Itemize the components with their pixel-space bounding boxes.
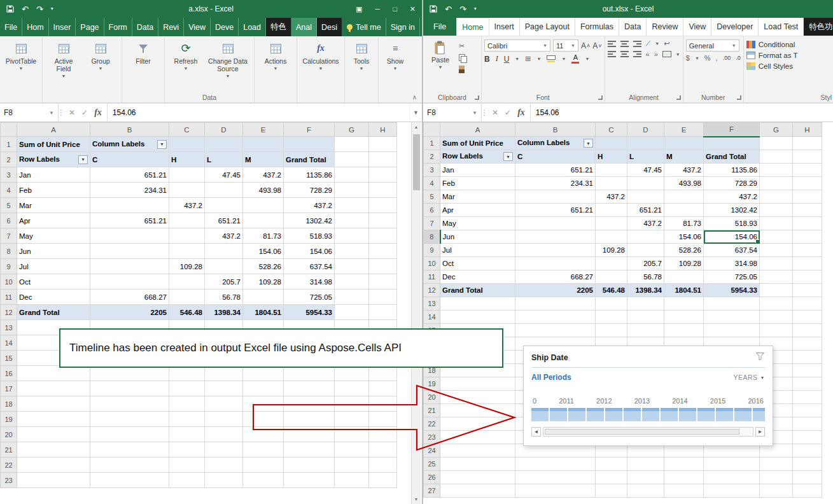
cell[interactable] xyxy=(760,204,793,217)
cell[interactable] xyxy=(793,230,822,244)
cell[interactable] xyxy=(793,324,822,337)
cell-styles-button[interactable]: Cell Styles xyxy=(746,62,798,70)
cell[interactable] xyxy=(596,311,627,324)
pivot-column-labels-cell[interactable]: ▼Column Labels xyxy=(515,137,596,150)
cell[interactable] xyxy=(335,458,369,473)
cell[interactable]: Oct xyxy=(17,274,90,290)
cell[interactable] xyxy=(17,442,90,458)
cell[interactable] xyxy=(90,458,169,473)
cell[interactable] xyxy=(440,311,515,324)
save-icon[interactable] xyxy=(6,5,14,13)
font-name-select[interactable]: Calibri▼ xyxy=(484,39,550,52)
cell[interactable]: Grand Total xyxy=(440,284,515,297)
cell[interactable] xyxy=(169,473,205,488)
timeline-scroll-thumb[interactable] xyxy=(545,429,739,435)
pivot-col-header[interactable]: M xyxy=(664,150,704,164)
cell[interactable] xyxy=(704,484,760,498)
cell[interactable] xyxy=(169,366,205,381)
tab-view[interactable]: View xyxy=(683,18,711,36)
cell[interactable] xyxy=(169,381,205,396)
wrap-text-icon[interactable]: ↩ xyxy=(664,39,669,48)
row-header[interactable]: 22 xyxy=(1,458,17,473)
cell[interactable] xyxy=(760,284,793,297)
cell[interactable]: Jul xyxy=(440,244,515,257)
pivot-col-header[interactable]: L xyxy=(627,150,664,164)
row-header[interactable]: 7 xyxy=(1,228,17,244)
cell[interactable]: 546.48 xyxy=(596,284,627,297)
pivot-col-header[interactable]: M xyxy=(243,152,284,167)
cell[interactable]: 437.2 xyxy=(704,190,760,204)
cell[interactable] xyxy=(369,458,397,473)
number-format-select[interactable]: General▼ xyxy=(686,39,739,52)
cell[interactable] xyxy=(205,198,243,213)
cell[interactable]: Dec xyxy=(440,270,515,284)
column-header[interactable]: H xyxy=(793,123,822,137)
cell[interactable] xyxy=(664,471,704,484)
cell[interactable] xyxy=(515,217,596,230)
cell[interactable] xyxy=(243,198,284,213)
cell[interactable] xyxy=(335,152,369,167)
cell[interactable] xyxy=(369,290,397,305)
cell[interactable]: 2205 xyxy=(515,284,596,297)
row-header[interactable]: 1 xyxy=(424,137,440,150)
close-button[interactable]: ✕ xyxy=(410,5,416,13)
enter-icon[interactable]: ✓ xyxy=(505,108,511,117)
cell[interactable] xyxy=(793,311,822,324)
tab-home[interactable]: Home xyxy=(456,18,489,36)
cell[interactable] xyxy=(335,137,369,152)
row-header[interactable]: 27 xyxy=(424,484,440,498)
cell[interactable] xyxy=(284,458,335,473)
cell[interactable]: 437.2 xyxy=(284,198,335,213)
row-header[interactable]: 9 xyxy=(1,259,17,274)
cell[interactable] xyxy=(243,473,284,488)
column-header[interactable]: B xyxy=(90,123,169,137)
font-dialog-launcher-icon[interactable] xyxy=(598,95,603,100)
cell[interactable] xyxy=(90,244,169,259)
row-header[interactable]: 13 xyxy=(424,297,440,311)
cell[interactable]: Apr xyxy=(17,213,90,228)
column-header[interactable]: D xyxy=(205,123,243,137)
cell[interactable] xyxy=(284,366,335,381)
actions-button[interactable]: Actions ▼ xyxy=(257,39,294,71)
cell[interactable]: Dec xyxy=(17,290,90,305)
fill-color-button[interactable] xyxy=(547,55,556,62)
cell[interactable] xyxy=(169,183,205,198)
cell[interactable]: 437.2 xyxy=(205,228,243,244)
cell[interactable]: 81.73 xyxy=(243,228,284,244)
cell[interactable]: 1302.42 xyxy=(704,204,760,217)
cell[interactable] xyxy=(596,230,627,244)
cell[interactable]: 546.48 xyxy=(169,305,205,320)
cell[interactable] xyxy=(243,213,284,228)
align-left-icon[interactable] xyxy=(608,51,616,57)
column-header[interactable]: E xyxy=(243,123,284,137)
filter-button[interactable]: Filter xyxy=(125,39,162,65)
redo-icon[interactable]: ↷ xyxy=(459,5,466,13)
tab-file[interactable]: File xyxy=(0,18,22,36)
cell[interactable]: 205.7 xyxy=(205,274,243,290)
row-header[interactable]: 11 xyxy=(1,290,17,305)
cell[interactable] xyxy=(793,284,822,297)
row-header[interactable]: 18 xyxy=(1,396,17,412)
cell[interactable] xyxy=(793,257,822,270)
cell[interactable] xyxy=(90,198,169,213)
row-header[interactable]: 13 xyxy=(1,320,17,335)
cell[interactable] xyxy=(793,391,822,404)
cell[interactable] xyxy=(169,290,205,305)
cell[interactable]: 154.06 xyxy=(664,230,704,244)
cell[interactable]: 154.06 xyxy=(243,244,284,259)
scroll-up-icon[interactable]: ▲ xyxy=(412,122,421,132)
cell[interactable]: 205.7 xyxy=(627,257,664,270)
shrink-font-button[interactable]: A˅ xyxy=(592,41,601,50)
cell[interactable] xyxy=(169,396,205,412)
cancel-icon[interactable]: ✕ xyxy=(492,108,498,117)
sign-in-button[interactable]: Sign in xyxy=(386,18,420,36)
cell[interactable]: 1804.51 xyxy=(664,284,704,297)
show-button[interactable]: ≡ Show ▼ xyxy=(381,39,409,71)
row-header[interactable]: 19 xyxy=(1,412,17,427)
cell[interactable] xyxy=(335,213,369,228)
formula-input[interactable]: 154.06 xyxy=(531,104,833,122)
cell[interactable]: 314.98 xyxy=(284,274,335,290)
timeline-year-label[interactable]: 0 xyxy=(533,397,536,405)
font-color-button[interactable]: A xyxy=(571,54,579,64)
cell[interactable] xyxy=(793,244,822,257)
